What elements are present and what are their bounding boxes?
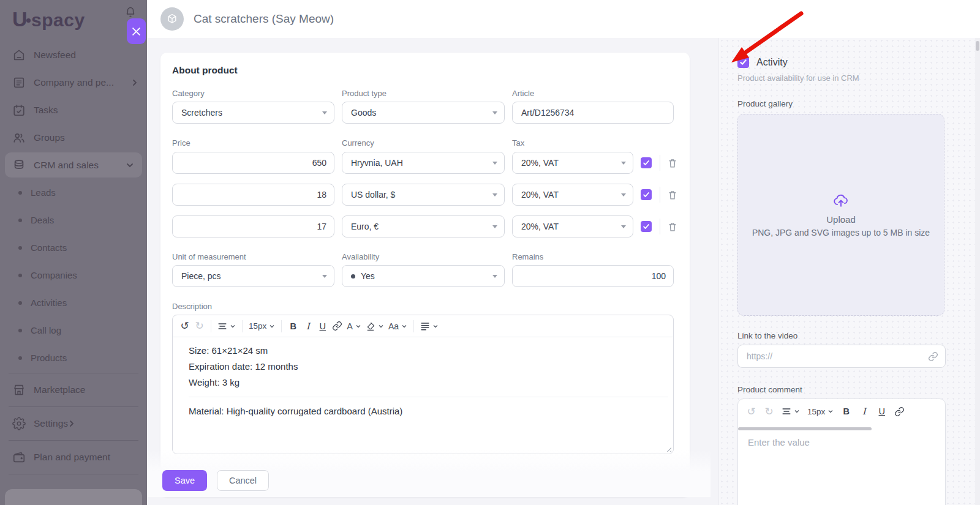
description-label: Description xyxy=(172,302,674,311)
category-label: Category xyxy=(172,89,334,98)
sidebar-item-crm[interactable]: CRM and sales xyxy=(5,152,142,178)
tax-value: 20%, VAT xyxy=(521,190,559,200)
notifications-bell-icon[interactable] xyxy=(125,7,136,18)
page-scrollbar[interactable] xyxy=(975,38,980,505)
divider xyxy=(211,320,211,332)
font-size-button[interactable]: 15px xyxy=(805,403,835,420)
chevron-down-icon xyxy=(355,323,361,329)
scrollbar-thumb[interactable] xyxy=(976,41,979,51)
sidebar-subitem-companies[interactable]: Companies xyxy=(0,261,147,289)
wallet-icon xyxy=(12,451,26,464)
horizontal-scrollbar[interactable] xyxy=(738,427,872,430)
sidebar-item-plan-payment[interactable]: Plan and payment xyxy=(0,442,147,473)
link-button[interactable] xyxy=(892,403,907,420)
remains-input[interactable] xyxy=(512,265,674,287)
sidebar-item-tasks[interactable]: Tasks xyxy=(0,96,147,124)
home-icon xyxy=(12,48,26,62)
tax-select[interactable]: 20%, VAT xyxy=(512,184,633,206)
sidebar-item-label: Company and pe... xyxy=(34,77,131,88)
status-dot-icon xyxy=(351,274,355,279)
article-label: Article xyxy=(512,89,674,98)
price-input[interactable] xyxy=(172,152,334,174)
redo-icon[interactable]: ↻ xyxy=(192,318,206,335)
availability-select[interactable]: Yes xyxy=(342,265,505,287)
underline-button[interactable]: U xyxy=(315,318,330,335)
product-type-select[interactable]: Goods xyxy=(342,102,505,124)
text-case-button[interactable]: Aa xyxy=(386,318,409,335)
description-content[interactable]: Size: 61×21×24 sm Expiration date: 12 mo… xyxy=(173,337,673,454)
sidebar-subitem-contacts[interactable]: Contacts xyxy=(0,234,147,261)
redo-icon[interactable]: ↻ xyxy=(762,403,776,420)
save-button[interactable]: Save xyxy=(162,470,207,491)
highlight-color-button[interactable] xyxy=(364,318,386,335)
justify-icon xyxy=(420,321,430,331)
category-select[interactable]: Scretchers xyxy=(172,102,334,124)
check-icon xyxy=(643,223,650,230)
check-icon xyxy=(643,191,650,198)
bold-button[interactable]: B xyxy=(286,318,300,335)
sidebar-item-settings[interactable]: Settings xyxy=(0,408,147,439)
sidebar-subitem-leads[interactable]: Leads xyxy=(0,179,147,206)
trash-icon[interactable] xyxy=(667,221,678,233)
upload-dropzone[interactable]: Upload PNG, JPG and SVG images up to 5 M… xyxy=(737,114,944,316)
bullet-icon xyxy=(18,356,22,360)
price-input[interactable] xyxy=(172,215,334,238)
description-line: Expiration date: 12 months xyxy=(189,359,657,375)
description-line: Weight: 3 kg xyxy=(189,375,657,391)
sidebar-item-label: CRM and sales xyxy=(34,160,126,171)
sidebar-item-label: Marketplace xyxy=(34,384,85,395)
trash-icon[interactable] xyxy=(667,157,678,169)
cancel-button[interactable]: Cancel xyxy=(217,470,269,491)
underline-button[interactable]: U xyxy=(875,403,889,420)
activity-checkbox[interactable] xyxy=(737,56,749,68)
sidebar-item-label: Tasks xyxy=(34,105,138,116)
italic-button[interactable]: I xyxy=(301,318,315,335)
tax-label: Tax xyxy=(512,138,633,148)
sidebar-nav: Newsfeed Company and pe... Tasks Groups … xyxy=(0,41,147,476)
price-active-checkbox[interactable] xyxy=(641,189,652,200)
sidebar-subitem-call-log[interactable]: Call log xyxy=(0,316,147,344)
link-button[interactable] xyxy=(330,318,344,335)
article-input[interactable] xyxy=(512,102,674,124)
video-link-input[interactable] xyxy=(737,345,946,368)
undo-icon[interactable]: ↺ xyxy=(744,403,758,420)
price-active-checkbox[interactable] xyxy=(641,221,652,232)
sidebar-item-marketplace[interactable]: Marketplace xyxy=(0,375,147,405)
sidebar-item-company[interactable]: Company and pe... xyxy=(0,69,147,96)
trash-icon[interactable] xyxy=(667,189,678,201)
bullet-icon xyxy=(18,191,22,195)
logo-rest: spacy xyxy=(31,10,85,30)
sidebar-subitem-deals[interactable]: Deals xyxy=(0,206,147,234)
chevron-down-icon xyxy=(492,162,497,165)
bullet-icon xyxy=(18,246,22,250)
unit-select[interactable]: Piece, pcs xyxy=(172,265,334,287)
currency-select[interactable]: Hryvnia, UAH xyxy=(342,152,505,174)
price-input[interactable] xyxy=(172,184,334,206)
uspacy-logo[interactable]: Uspacy xyxy=(12,7,85,31)
sidebar-subitem-products[interactable]: Products xyxy=(0,344,147,372)
list-menu-button[interactable] xyxy=(418,318,440,335)
price-active-checkbox[interactable] xyxy=(641,157,652,168)
link-icon xyxy=(894,406,905,417)
undo-icon[interactable]: ↺ xyxy=(178,318,192,335)
currency-select[interactable]: Euro, € xyxy=(342,215,505,238)
currency-select[interactable]: US dollar, $ xyxy=(342,184,505,206)
tax-select[interactable]: 20%, VAT xyxy=(512,215,633,238)
bullet-icon xyxy=(18,329,22,332)
italic-button[interactable]: I xyxy=(857,403,871,420)
tax-value: 20%, VAT xyxy=(521,222,559,231)
text-color-button[interactable]: A xyxy=(345,318,363,335)
align-menu-button[interactable] xyxy=(780,403,802,420)
font-size-button[interactable]: 15px xyxy=(247,318,277,335)
align-menu-button[interactable] xyxy=(216,318,238,335)
sidebar-subitem-activities[interactable]: Activities xyxy=(0,289,147,316)
description-line: Material: High-quality corrugated cardbo… xyxy=(189,403,657,419)
close-sidebar-button[interactable] xyxy=(127,18,146,44)
product-type-value: Goods xyxy=(351,108,376,118)
bold-button[interactable]: B xyxy=(839,403,853,420)
tax-select[interactable]: 20%, VAT xyxy=(512,152,633,174)
currency-label: Currency xyxy=(342,138,505,148)
upload-cloud-icon xyxy=(832,192,850,209)
sidebar-item-groups[interactable]: Groups xyxy=(0,124,147,151)
sidebar-item-newsfeed[interactable]: Newsfeed xyxy=(0,41,147,69)
